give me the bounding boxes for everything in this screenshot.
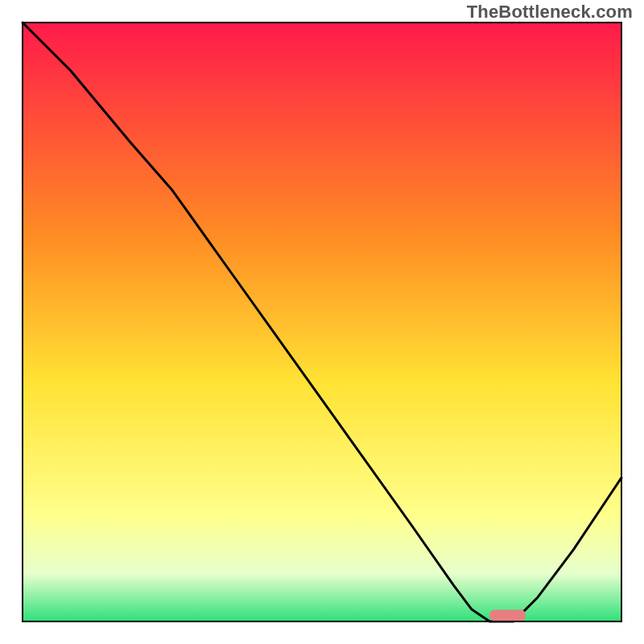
watermark-text: TheBottleneck.com bbox=[467, 2, 633, 23]
chart-container: { "watermark": "TheBottleneck.com", "col… bbox=[0, 0, 644, 644]
plot-area bbox=[23, 23, 621, 621]
optimum-marker bbox=[489, 610, 526, 621]
gradient-background bbox=[23, 23, 621, 621]
bottleneck-chart bbox=[0, 0, 644, 644]
